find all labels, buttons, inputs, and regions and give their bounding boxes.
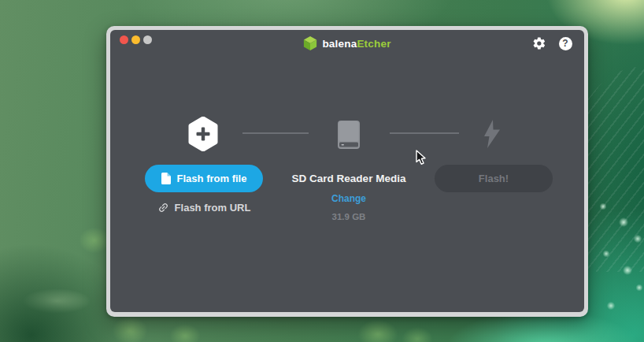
help-icon: ? [559, 37, 572, 50]
link-icon [154, 199, 171, 215]
add-image-hexagon-icon [187, 117, 219, 151]
flash-from-file-button[interactable]: Flash from file [145, 165, 263, 192]
help-button[interactable]: ? [558, 36, 572, 50]
drive-size-label: 31.9 GB [270, 212, 427, 221]
settings-button[interactable] [532, 36, 546, 50]
file-icon [161, 173, 171, 184]
lightning-bolt-icon [483, 120, 502, 148]
app-logo: balenaEtcher [110, 35, 584, 51]
titlebar-actions: ? [532, 36, 572, 50]
drive-icon [337, 120, 361, 150]
brand-suffix: Etcher [357, 38, 390, 50]
change-drive-link[interactable]: Change [270, 193, 427, 204]
connector-line-right [390, 132, 459, 134]
help-glyph: ? [562, 39, 568, 48]
flash-from-url-button[interactable]: Flash from URL [137, 200, 271, 214]
brand-text: balenaEtcher [322, 38, 390, 50]
flash-from-url-label: Flash from URL [175, 202, 251, 214]
brand-prefix: balena [322, 38, 357, 50]
balena-cube-icon [303, 35, 317, 51]
connector-line-left [242, 132, 309, 134]
flash-button-label: Flash! [479, 173, 509, 184]
flash-from-file-label: Flash from file [177, 173, 247, 184]
etcher-window-content: balenaEtcher ? [110, 30, 584, 312]
gear-icon [532, 36, 546, 50]
etcher-window: balenaEtcher ? [106, 26, 588, 317]
selected-drive-name: SD Card Reader Media [270, 173, 427, 184]
flash-button[interactable]: Flash! [435, 165, 553, 192]
